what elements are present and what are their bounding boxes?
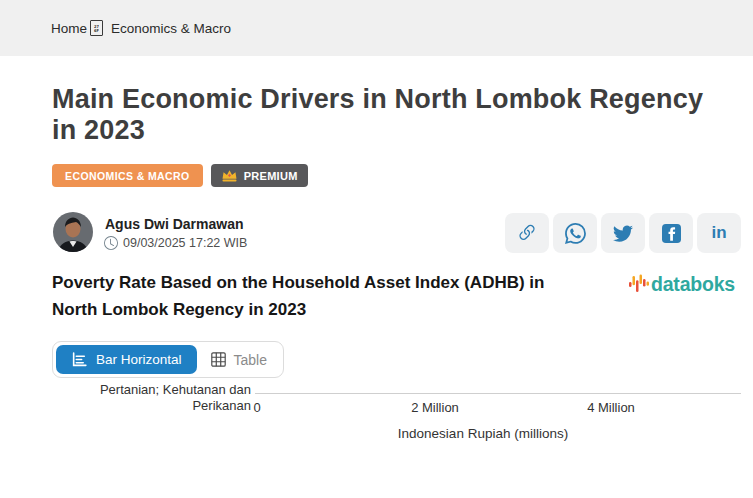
- chart-title: Poverty Rate Based on the Household Asse…: [52, 270, 544, 323]
- page-title: Main Economic Drivers in North Lombok Re…: [52, 84, 703, 146]
- chart-title-line-2: North Lombok Regency in 2023: [52, 297, 544, 324]
- databoks-logo[interactable]: databoks: [629, 272, 735, 296]
- author-avatar: [53, 212, 93, 252]
- crown-icon: [221, 168, 238, 183]
- bar-horizontal-icon: [71, 351, 88, 368]
- breadcrumb-separator-missing-glyph-icon: 27 6F: [90, 20, 103, 36]
- x-axis-tick-2-million: 2 Million: [385, 400, 485, 415]
- page-title-line-1: Main Economic Drivers in North Lombok Re…: [52, 84, 703, 115]
- linkedin-icon: in: [711, 223, 726, 243]
- chart-category-label-line-2: Perikanan: [81, 398, 251, 414]
- breadcrumb: Home 27 6F Economics & Macro: [0, 0, 753, 56]
- breadcrumb-home-link[interactable]: Home: [51, 21, 87, 36]
- copy-link-icon: [516, 222, 538, 244]
- publish-date: 09/03/2025 17:22 WIB: [123, 236, 247, 250]
- table-icon: [210, 351, 227, 368]
- facebook-icon: [662, 224, 681, 243]
- tab-bar-horizontal-label: Bar Horizontal: [96, 352, 182, 367]
- page-title-line-2: in 2023: [52, 115, 703, 146]
- share-whatsapp-button[interactable]: [553, 213, 597, 253]
- tofu-hex-bottom: 6F: [94, 28, 99, 32]
- x-axis-tick-4-million: 4 Million: [561, 400, 661, 415]
- tab-bar-horizontal[interactable]: Bar Horizontal: [56, 345, 197, 374]
- x-axis-tick-0: 0: [237, 400, 277, 415]
- whatsapp-icon: [565, 223, 586, 244]
- share-copy-link-button[interactable]: [505, 213, 549, 253]
- chart-view-switcher: Bar Horizontal Table: [52, 341, 284, 378]
- premium-label: PREMIUM: [244, 170, 298, 182]
- tag-row: ECONOMICS & MACRO PREMIUM: [52, 164, 308, 187]
- category-tag[interactable]: ECONOMICS & MACRO: [52, 164, 203, 187]
- tab-table-label: Table: [234, 352, 267, 368]
- article-page: Home 27 6F Economics & Macro Main Econom…: [0, 0, 753, 498]
- databoks-logo-icon: [629, 273, 649, 295]
- clock-icon: [104, 236, 118, 250]
- author-name[interactable]: Agus Dwi Darmawan: [105, 216, 243, 232]
- chart-category-label-line-1: Pertanian; Kehutanan dan: [81, 382, 251, 398]
- share-linkedin-button[interactable]: in: [697, 213, 741, 253]
- chart-title-line-1: Poverty Rate Based on the Household Asse…: [52, 270, 544, 297]
- breadcrumb-section-link[interactable]: Economics & Macro: [111, 21, 231, 36]
- databoks-logo-text: databoks: [651, 272, 735, 296]
- share-button-row: in: [505, 213, 741, 253]
- share-facebook-button[interactable]: [649, 213, 693, 253]
- chart-x-axis-title: Indonesian Rupiah (millions): [383, 426, 583, 441]
- premium-badge: PREMIUM: [211, 164, 308, 187]
- chart-category-label: Pertanian; Kehutanan dan Perikanan: [81, 382, 251, 414]
- share-twitter-button[interactable]: [601, 213, 645, 253]
- publish-date-row: 09/03/2025 17:22 WIB: [104, 236, 247, 250]
- tab-table[interactable]: Table: [197, 345, 280, 374]
- chart-x-axis-line: [255, 393, 741, 394]
- twitter-icon: [613, 223, 633, 243]
